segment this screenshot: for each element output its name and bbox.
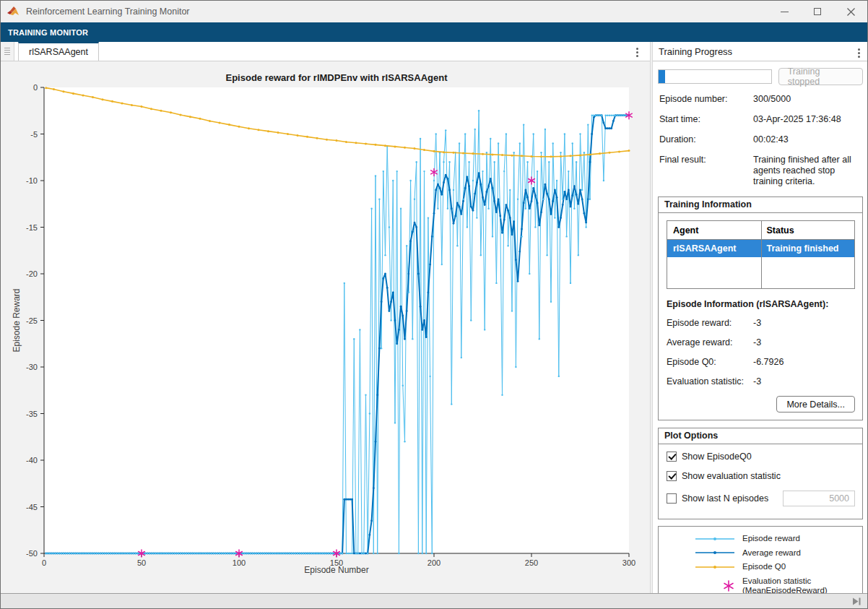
svg-text:300: 300 <box>622 558 635 567</box>
final-result-label: Final result: <box>659 155 753 187</box>
show-evaluation-statistic-row: Show evaluation statistic <box>667 471 855 481</box>
show-episodeq0-row: Show EpisodeQ0 <box>667 452 855 462</box>
svg-text:0: 0 <box>42 558 46 567</box>
episode-information-title: Episode Information (rlSARSAAgent): <box>667 299 855 309</box>
show-last-n-episodes-label: Show last N episodes <box>682 493 768 504</box>
minimize-icon <box>781 12 789 12</box>
agent-column-header: Agent <box>667 225 761 236</box>
status-column-header: Status <box>761 225 855 236</box>
maximize-button[interactable] <box>801 1 834 22</box>
matlab-logo-icon <box>7 6 19 17</box>
maximize-icon <box>814 8 821 15</box>
training-chart: 0-5-10-15-20-25-30-35-40-45-500501001502… <box>1 61 648 593</box>
tab-grip-handle[interactable] <box>1 42 14 61</box>
episode-q0-line-swatch <box>664 563 742 571</box>
document-actions-menu-button[interactable] <box>635 46 640 59</box>
evaluation-statistic-label: Evaluation statistic: <box>667 376 753 386</box>
svg-text:-40: -40 <box>26 456 38 465</box>
ribbon-tab-training-monitor[interactable]: TRAINING MONITOR <box>8 28 88 37</box>
svg-text:200: 200 <box>428 558 440 567</box>
start-time-row: Start time: 03-Apr-2025 17:36:48 <box>659 114 862 125</box>
chart-legend: Episode reward Average reward Episode Q0… <box>658 526 863 593</box>
more-details-button[interactable]: More Details... <box>776 396 855 413</box>
training-stopped-button[interactable]: Training stopped <box>778 68 863 85</box>
episode-number-row: Episode number: 300/5000 <box>659 94 862 105</box>
svg-text:-25: -25 <box>26 316 38 325</box>
svg-text:50: 50 <box>137 558 146 567</box>
average-reward-value: -3 <box>753 337 855 347</box>
episode-q0-label: Episode Q0: <box>667 357 753 367</box>
evaluation-statistic-asterisk-swatch <box>664 579 742 592</box>
tab-label: rlSARSAAgent <box>29 47 88 57</box>
legend-item-episode-reward: Episode reward <box>664 534 856 544</box>
grip-icon <box>4 48 10 56</box>
svg-text:-30: -30 <box>26 363 38 371</box>
training-progress-header: Training Progress <box>653 42 868 61</box>
average-reward-line-swatch <box>664 548 742 557</box>
table-header-row: Agent Status <box>667 221 854 240</box>
last-n-episodes-input[interactable] <box>783 491 855 506</box>
svg-text:Episode reward for rlMDPEnv wi: Episode reward for rlMDPEnv with rlSARSA… <box>226 72 448 83</box>
svg-text:0: 0 <box>33 83 38 92</box>
show-last-n-episodes-row: Show last N episodes <box>667 491 855 506</box>
episode-reward-line-swatch <box>664 535 742 543</box>
svg-text:-50: -50 <box>26 549 38 558</box>
status-cell: Training finished <box>761 243 855 254</box>
show-evaluation-statistic-label: Show evaluation statistic <box>682 471 781 481</box>
legend-label: Episode reward <box>742 534 856 544</box>
legend-item-evaluation-statistic: Evaluation statistic (MeanEpisodeReward) <box>664 576 856 594</box>
svg-text:Episode Number: Episode Number <box>304 565 368 575</box>
svg-text:-45: -45 <box>26 503 38 511</box>
average-reward-label: Average reward: <box>667 337 753 347</box>
training-chart-figure: 0-5-10-15-20-25-30-35-40-45-500501001502… <box>1 61 648 593</box>
duration-row: Duration: 00:02:43 <box>659 134 862 145</box>
close-button[interactable] <box>834 1 867 22</box>
svg-text:Episode Reward: Episode Reward <box>12 288 22 352</box>
show-episodeq0-checkbox[interactable] <box>667 452 677 462</box>
duration-value: 00:02:43 <box>753 134 862 145</box>
title-bar: Reinforcement Learning Training Monitor <box>1 1 867 22</box>
panel-actions-menu-button[interactable] <box>856 47 862 59</box>
table-row[interactable]: rlSARSAAgent Training finished <box>667 240 854 257</box>
evaluation-statistic-row: Evaluation statistic: -3 <box>667 376 855 386</box>
plot-options-box: Plot Options Show EpisodeQ0 Show evaluat… <box>658 428 863 519</box>
legend-label: Average reward <box>742 548 856 558</box>
average-reward-row: Average reward: -3 <box>667 337 855 347</box>
svg-text:-5: -5 <box>30 130 38 139</box>
episode-reward-label: Episode reward: <box>667 318 753 328</box>
start-time-label: Start time: <box>659 114 753 125</box>
document-area: rlSARSAAgent 0-5-10-15-20-25-30-35-40-45… <box>1 42 650 593</box>
minimize-button[interactable] <box>768 1 801 22</box>
duration-label: Duration: <box>659 134 753 145</box>
show-last-n-episodes-checkbox[interactable] <box>667 493 677 504</box>
legend-label: Episode Q0 <box>742 562 856 572</box>
show-episodeq0-label: Show EpisodeQ0 <box>682 452 752 462</box>
training-progress-body: Training stopped Episode number: 300/500… <box>653 61 868 593</box>
skip-to-end-icon[interactable] <box>852 597 862 606</box>
app-window: Reinforcement Learning Training Monitor … <box>0 0 868 609</box>
training-information-box: Training Information Agent Status rlSARS… <box>658 196 863 420</box>
evaluation-statistic-value: -3 <box>753 376 855 386</box>
svg-text:250: 250 <box>525 558 538 567</box>
agent-status-table: Agent Status rlSARSAAgent Training finis… <box>667 220 855 289</box>
svg-text:100: 100 <box>233 558 246 567</box>
progress-fill <box>659 70 665 83</box>
episode-q0-value: -6.7926 <box>753 357 855 367</box>
final-result-row: Final result: Training finished after al… <box>659 155 862 187</box>
training-progress-panel: Training Progress Training stopped Episo… <box>653 42 868 593</box>
show-evaluation-statistic-checkbox[interactable] <box>667 471 677 481</box>
window-title: Reinforcement Learning Training Monitor <box>26 7 190 17</box>
training-progress-bar <box>658 69 772 84</box>
svg-text:-15: -15 <box>26 223 38 232</box>
episode-number-label: Episode number: <box>659 94 753 105</box>
status-bar <box>1 593 867 609</box>
close-icon <box>847 8 855 16</box>
plot-options-title: Plot Options <box>659 428 862 444</box>
svg-text:-35: -35 <box>26 410 38 418</box>
legend-item-average-reward: Average reward <box>664 548 856 558</box>
document-tab-strip: rlSARSAAgent <box>1 42 650 61</box>
svg-text:-10: -10 <box>26 176 38 185</box>
episode-q0-row: Episode Q0: -6.7926 <box>667 357 855 367</box>
episode-reward-row: Episode reward: -3 <box>667 318 855 328</box>
tab-rlsarsaagent[interactable]: rlSARSAAgent <box>18 42 99 61</box>
